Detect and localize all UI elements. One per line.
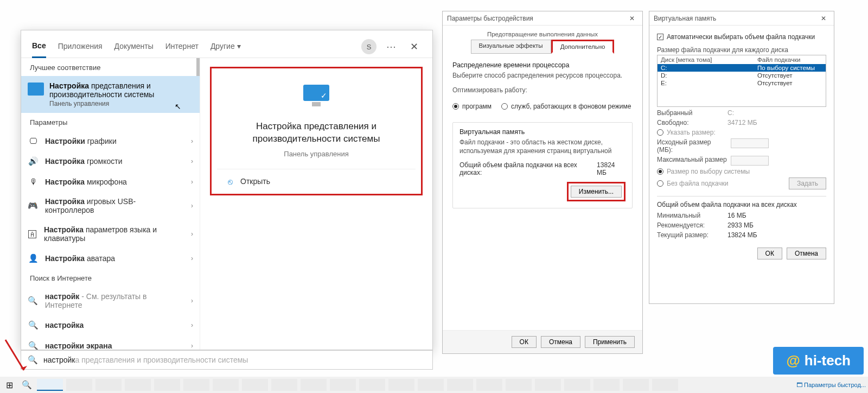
apply-button[interactable]: Применить: [585, 336, 635, 348]
search-icon: 🔍: [28, 320, 39, 330]
gamepad-icon: 🎮: [28, 201, 39, 211]
at-icon: @: [786, 352, 800, 369]
control-panel-icon: [28, 83, 44, 96]
taskbar-app[interactable]: [271, 379, 297, 391]
disk-list[interactable]: Диск [метка тома]Файл подкачки C:По выбо…: [657, 55, 826, 107]
start-button[interactable]: ⊞: [2, 379, 16, 391]
disk-row-e[interactable]: E:Отсутствует: [658, 79, 826, 87]
taskbar-app[interactable]: [330, 379, 356, 391]
result-graphics[interactable]: 🖵 Настройки графики ›: [21, 131, 200, 151]
taskbar-app[interactable]: [242, 379, 268, 391]
chevron-right-icon: ›: [191, 202, 193, 210]
web-result-1[interactable]: 🔍 настройк - См. результаты в Интернете …: [21, 287, 200, 315]
start-search-panel: Все Приложения Документы Интернет Другие…: [21, 30, 433, 350]
tab-docs[interactable]: Документы: [114, 36, 154, 57]
auto-manage-checkbox[interactable]: Автоматически выбирать объем файла подка…: [657, 33, 826, 41]
taskbar-app[interactable]: [359, 379, 385, 391]
taskbar-app[interactable]: [652, 379, 678, 391]
radio-icon: [657, 180, 663, 187]
search-preview-pane: Настройка представления и производительн…: [200, 58, 432, 350]
performance-options-dialog: Параметры быстродействия ✕ Предотвращени…: [442, 11, 643, 354]
chevron-right-icon: ›: [191, 137, 193, 145]
radio-programs[interactable]: программ: [452, 103, 492, 110]
result-microphone[interactable]: 🎙 Настройка микрофона ›: [21, 172, 200, 192]
vm-total-value: 13824 МБ: [597, 161, 626, 176]
close-icon[interactable]: ✕: [818, 15, 829, 22]
taskbar-app[interactable]: [66, 379, 92, 391]
tab-dep[interactable]: Предотвращение выполнения данных: [487, 31, 598, 37]
change-button[interactable]: Изменить...: [571, 186, 622, 198]
best-match-item[interactable]: Настройка представления и производительн…: [21, 76, 200, 113]
watermark-text: hi-tech: [805, 352, 851, 369]
preview-subtitle: Панель управления: [217, 150, 416, 158]
taskbar-app-active[interactable]: [37, 379, 63, 391]
taskbar-search-button[interactable]: 🔍: [20, 379, 34, 391]
tab-visual-effects[interactable]: Визуальные эффекты: [471, 40, 551, 54]
radio-icon: [452, 103, 459, 110]
more-options-icon[interactable]: ⋯: [386, 41, 397, 53]
taskbar: ⊞ 🔍 🗔 Параметры быстрод...: [0, 377, 868, 393]
free-space-value: 34712 МБ: [727, 119, 757, 126]
open-action[interactable]: ⎋ Открыть: [217, 169, 416, 194]
result-volume[interactable]: 🔊 Настройка громкости ›: [21, 151, 200, 172]
taskbar-app[interactable]: [213, 379, 239, 391]
tab-apps[interactable]: Приложения: [58, 36, 103, 57]
radio-icon: [501, 103, 508, 110]
taskbar-app[interactable]: [154, 379, 180, 391]
watermark-badge: @ hi-tech: [773, 347, 864, 375]
search-results-list: Лучшее соответствие Настройка представле…: [21, 58, 200, 350]
optimize-label: Оптимизировать работу:: [452, 86, 633, 95]
taskbar-app[interactable]: [447, 379, 473, 391]
processor-scheduling-header: Распределение времени процессора: [452, 61, 633, 69]
tab-web[interactable]: Интернет: [165, 36, 199, 57]
chevron-right-icon: ›: [191, 297, 193, 305]
disk-list-label: Размер файла подкачки для каждого диска: [657, 46, 826, 54]
tab-all[interactable]: Все: [32, 36, 46, 58]
result-usb-controllers[interactable]: 🎮 Настройка игровых USB-контроллеров ›: [21, 192, 200, 220]
result-language[interactable]: 🄰 Настройка параметров языка и клавиатур…: [21, 220, 200, 248]
web-result-2[interactable]: 🔍 настройка ›: [21, 315, 200, 335]
selected-drive-value: C:: [727, 109, 734, 117]
ok-button[interactable]: ОК: [757, 248, 782, 259]
close-icon[interactable]: ✕: [407, 41, 422, 53]
cancel-button[interactable]: Отмена: [787, 248, 826, 259]
disk-row-d[interactable]: D:Отсутствует: [658, 72, 826, 79]
preview-card: Настройка представления и производительн…: [210, 67, 423, 195]
web-result-3[interactable]: 🔍 настройки экрана ›: [21, 335, 200, 350]
dialog-button-row: ОК Отмена Применить: [443, 330, 642, 353]
dialog-titlebar[interactable]: Виртуальная память ✕: [649, 11, 834, 26]
rec-label: Рекомендуется:: [657, 221, 727, 229]
preview-monitor-icon: [300, 85, 333, 111]
taskbar-app[interactable]: [125, 379, 151, 391]
taskbar-app[interactable]: [301, 379, 327, 391]
result-avatar[interactable]: 👤 Настройка аватара ›: [21, 248, 200, 269]
tray-performance-options[interactable]: 🗔 Параметры быстрод...: [796, 382, 866, 388]
radio-services[interactable]: служб, работающих в фоновом режиме: [501, 103, 631, 110]
tab-advanced[interactable]: Дополнительно: [551, 40, 615, 54]
cancel-button[interactable]: Отмена: [541, 336, 580, 348]
taskbar-app[interactable]: [388, 379, 414, 391]
taskbar-app[interactable]: [623, 379, 649, 391]
taskbar-app[interactable]: [593, 379, 620, 391]
taskbar-app[interactable]: [506, 379, 532, 391]
taskbar-app[interactable]: [418, 379, 444, 391]
virtual-memory-fieldset: Виртуальная память Файл подкачки - это о…: [452, 122, 633, 209]
mouse-cursor-icon: ↖: [175, 102, 181, 111]
taskbar-app[interactable]: [183, 379, 209, 391]
tab-more[interactable]: Другие▾: [210, 36, 241, 57]
user-avatar[interactable]: S: [361, 39, 376, 54]
taskbar-app[interactable]: [95, 379, 122, 391]
close-icon[interactable]: ✕: [626, 15, 638, 22]
taskbar-app[interactable]: [476, 379, 502, 391]
taskbar-app[interactable]: [564, 379, 590, 391]
min-label: Минимальный: [657, 212, 727, 219]
ok-button[interactable]: ОК: [512, 336, 537, 348]
group-parameters: Параметры: [21, 113, 200, 131]
volume-icon: 🔊: [28, 156, 39, 166]
taskbar-app[interactable]: [535, 379, 561, 391]
disk-row-c[interactable]: C:По выбору системы: [658, 64, 826, 72]
search-input[interactable]: 🔍 настройка представления и производител…: [21, 350, 433, 370]
selected-drive-label: Выбранный: [657, 109, 727, 117]
svg-line-0: [5, 340, 24, 370]
dialog-titlebar[interactable]: Параметры быстродействия ✕: [443, 11, 642, 26]
